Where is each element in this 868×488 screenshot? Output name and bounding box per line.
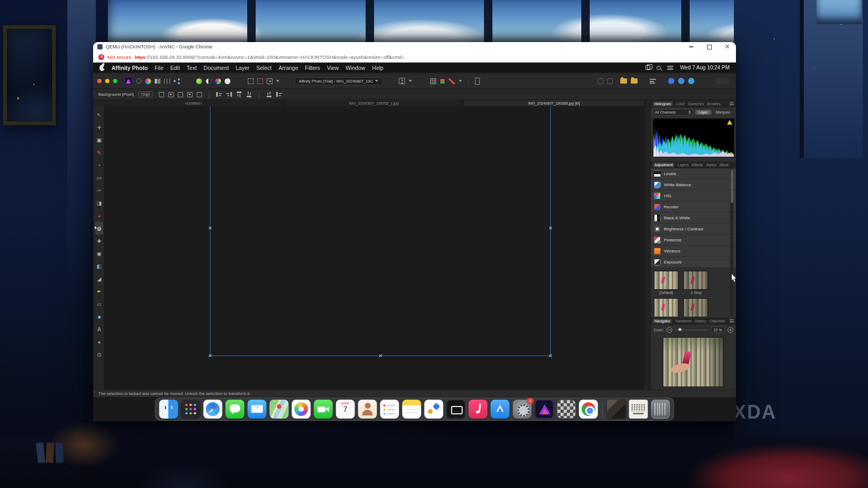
- selection-handle-bottom-center[interactable]: [379, 354, 382, 358]
- view-tool[interactable]: ✛: [95, 121, 103, 134]
- dock-app-store-icon[interactable]: [491, 400, 510, 419]
- dock-chrome-icon[interactable]: [579, 400, 598, 419]
- document-canvas[interactable]: [104, 106, 644, 390]
- menu-window[interactable]: Window: [346, 65, 365, 71]
- export-persona-icon[interactable]: [174, 78, 180, 84]
- zoom-slider-thumb[interactable]: [678, 328, 682, 331]
- dock-notes-icon[interactable]: [402, 400, 421, 419]
- develop-persona-icon[interactable]: [155, 79, 160, 84]
- tab-adjustment[interactable]: Adjustment: [653, 162, 674, 167]
- erase-tool[interactable]: ◨: [95, 197, 103, 209]
- dock-safari-icon[interactable]: [204, 400, 223, 419]
- channel-spinner-icon[interactable]: [689, 110, 691, 115]
- minimize-button[interactable]: [682, 42, 700, 52]
- tab-styles[interactable]: Styles: [706, 163, 716, 167]
- menu-help[interactable]: Help: [372, 65, 383, 71]
- window-zoom-traffic-light[interactable]: [113, 79, 117, 83]
- link-layer-icon[interactable]: [598, 78, 603, 84]
- tone-mapping-persona-icon[interactable]: [164, 79, 170, 84]
- alignment-icon[interactable]: [650, 78, 656, 84]
- tab-effects[interactable]: Effects: [692, 163, 703, 167]
- dock-affinity-photo-icon[interactable]: [535, 400, 554, 419]
- document-tab-untitled[interactable]: <Untitled>: [104, 100, 284, 106]
- colour-swatch-tool[interactable]: ●: [95, 336, 103, 348]
- dock-calendar-icon[interactable]: AUG 7: [336, 400, 355, 419]
- assistant-dropdown-icon[interactable]: [409, 80, 412, 82]
- dock-launchpad-icon[interactable]: [181, 400, 200, 419]
- delete-icon[interactable]: [475, 79, 480, 85]
- auto-contrast-icon[interactable]: [206, 78, 211, 84]
- gradient-tool[interactable]: ◧: [95, 260, 103, 272]
- menu-file[interactable]: File: [155, 65, 164, 71]
- selection-brush-tool[interactable]: ✎: [95, 146, 103, 159]
- group-layers-icon[interactable]: [620, 78, 627, 84]
- dock-apple-tv-icon[interactable]: [447, 400, 466, 419]
- menu-arrange[interactable]: Arrange: [278, 65, 298, 71]
- duplicate-layer-icon[interactable]: [607, 78, 613, 84]
- dock-keyboard-grid-icon[interactable]: [629, 400, 648, 419]
- zoom-in-icon[interactable]: [728, 327, 733, 333]
- zoom-out-icon[interactable]: [667, 327, 672, 333]
- text-tool[interactable]: A: [95, 323, 103, 336]
- selection-handle-bottom-left[interactable]: [208, 354, 212, 358]
- menu-edit[interactable]: Edit: [170, 65, 180, 71]
- menu-document[interactable]: Document: [204, 65, 229, 71]
- menu-text[interactable]: Text: [187, 65, 197, 71]
- dock-system-settings-icon[interactable]: 2: [513, 400, 532, 419]
- adjustment-scrollbar[interactable]: [730, 168, 733, 316]
- zoom-value[interactable]: 22 %: [711, 327, 725, 333]
- chrome-address-bar[interactable]: Not secure https://192.168.29.32:8006/?c…: [93, 52, 736, 63]
- info-icon[interactable]: [678, 78, 684, 84]
- control-center-icon[interactable]: [667, 65, 674, 70]
- persona-ring-icon[interactable]: [136, 78, 142, 84]
- dock-contacts-icon[interactable]: [358, 400, 377, 419]
- auto-colour-icon[interactable]: [215, 78, 221, 84]
- adjustment-hsl[interactable]: HSL: [651, 190, 736, 201]
- tab-channels[interactable]: Channels: [709, 319, 725, 323]
- dock-maps-icon[interactable]: [270, 400, 289, 419]
- align-left-icon[interactable]: [216, 92, 222, 97]
- menu-view[interactable]: View: [327, 65, 339, 71]
- preset-minus-1-stop-thumbnail[interactable]: [683, 271, 708, 290]
- shape-tool[interactable]: ■: [95, 310, 103, 323]
- colour-sync-icon[interactable]: [668, 78, 674, 84]
- dock-reminders-icon[interactable]: [380, 400, 399, 419]
- adjustment-brightness-contrast[interactable]: Brightness / Contrast: [651, 223, 736, 235]
- enable-transform-origin-icon[interactable]: [168, 92, 174, 97]
- force-pixel-alignment-icon[interactable]: [257, 78, 263, 84]
- pen-tool[interactable]: ✒: [95, 285, 103, 298]
- adjustment-white-balance[interactable]: White Balance: [651, 179, 736, 190]
- liquify-persona-icon[interactable]: [145, 78, 151, 84]
- retouch-dropdown-icon[interactable]: [459, 80, 462, 82]
- app-menu-title[interactable]: Affinity Photo: [112, 65, 148, 71]
- document-tab-img-190359[interactable]: IMG_20240807_190359.jpg [M]: [464, 100, 644, 106]
- chrome-titlebar[interactable]: QEMU (HACKINTOSH) - noVNC - Google Chrom…: [93, 42, 736, 52]
- not-secure-label[interactable]: Not secure: [107, 54, 132, 60]
- node-tool[interactable]: ▱: [95, 298, 103, 310]
- channel-selector[interactable]: All Channels: [653, 109, 693, 116]
- adjustment-posterize[interactable]: Posterize: [651, 235, 736, 246]
- adjustment-recolor[interactable]: Recolor: [651, 201, 736, 212]
- menu-filters[interactable]: Filters: [305, 65, 320, 71]
- window-minimize-traffic-light[interactable]: [105, 79, 109, 83]
- snapping-icon[interactable]: [248, 78, 254, 84]
- dock-finder-icon[interactable]: [159, 400, 178, 419]
- blur-tool[interactable]: ◉: [95, 247, 103, 260]
- move-tool[interactable]: ↖: [95, 108, 103, 121]
- navigator-preview[interactable]: [663, 337, 724, 387]
- adjustment-vibrance[interactable]: Vibrance: [651, 246, 736, 257]
- tab-color[interactable]: Color: [676, 102, 685, 106]
- colour-format-icon[interactable]: [440, 78, 445, 84]
- assistant-icon[interactable]: [399, 78, 405, 84]
- dodge-tool[interactable]: ◕: [95, 209, 103, 222]
- adjustment-black-white[interactable]: Black & White: [651, 212, 736, 223]
- auto-levels-icon[interactable]: [196, 78, 202, 84]
- marquee-tool[interactable]: ▭: [95, 171, 103, 184]
- dock-trash-icon[interactable]: [651, 400, 670, 419]
- adjustment-exposure[interactable]: Exposure: [651, 257, 736, 268]
- transform-origin-icon[interactable]: [159, 92, 164, 97]
- tab-brushes[interactable]: Brushes: [707, 102, 721, 106]
- distribute-horizontal-icon[interactable]: [267, 92, 271, 97]
- panel-menu-icon[interactable]: [730, 319, 734, 322]
- scrollbar-thumb[interactable]: [731, 169, 733, 203]
